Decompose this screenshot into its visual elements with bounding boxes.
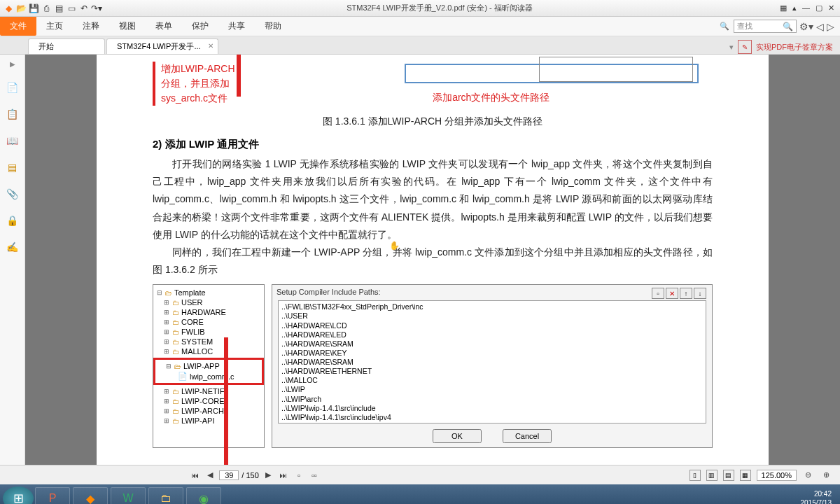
close-icon[interactable]: ✕ [828, 4, 834, 13]
tree-item[interactable]: ⊞🗀MALLOC [155, 346, 262, 356]
save-icon[interactable]: 💾 [28, 3, 39, 14]
task-app[interactable]: ◉ [186, 487, 221, 504]
layout-3-icon[interactable]: ▤ [723, 470, 734, 481]
include-path[interactable]: ..\LWIP [281, 385, 703, 394]
cancel-button[interactable]: Cancel [503, 429, 552, 443]
system-tray[interactable]: 20:42 2015/7/13 [795, 489, 838, 504]
tree-lwip-app[interactable]: ⊟🗁LWIP-APP [157, 361, 260, 371]
start-button[interactable]: ⊞ [3, 486, 34, 504]
menu-comment[interactable]: 注释 [73, 20, 109, 32]
menu-form[interactable]: 表单 [146, 20, 182, 32]
signature-icon[interactable]: ✎ [738, 40, 752, 54]
include-path[interactable]: ..\HARDWARE\KEY [281, 349, 703, 358]
task-wps[interactable]: W [111, 487, 146, 504]
tree-item[interactable]: ⊞🗀HARDWARE [155, 307, 262, 317]
next-page-icon[interactable]: ▶ [262, 469, 274, 482]
menu-share[interactable]: 共享 [218, 20, 255, 32]
include-path[interactable]: ..\MALLOC [281, 376, 703, 385]
nav-prev-icon[interactable]: ◁ [816, 21, 824, 32]
include-path[interactable]: ..\HARDWARE\SRAM [281, 358, 703, 367]
doc-icon[interactable]: ▤ [53, 3, 64, 14]
settings-icon[interactable]: ⚙▾ [799, 21, 813, 32]
page-tool-icon[interactable]: 📄 [6, 80, 20, 94]
search-icon[interactable]: 🔍 [783, 22, 793, 31]
include-path[interactable]: ..\HARDWARE\LED [281, 330, 703, 340]
tree-item[interactable]: ⊞🗀LWIP-ARCH [155, 406, 262, 416]
include-path[interactable]: ..\HARDWARE\SRAM [281, 340, 703, 349]
ok-button[interactable]: OK [433, 429, 482, 443]
tab-document[interactable]: STM32F4 LWIP开发手...✕ [106, 38, 218, 54]
search-input[interactable]: 查找 🔍 [734, 20, 797, 33]
lock-tool-icon[interactable]: 🔒 [6, 214, 20, 227]
tree-item[interactable]: ⊞🗀LWIP-NETIF [155, 386, 262, 396]
search-tool-icon[interactable]: 🔍 [718, 20, 731, 33]
tree-item[interactable]: ⊞🗀USER [155, 298, 262, 307]
print-icon[interactable]: ⎙ [41, 3, 52, 14]
tree-item[interactable]: ⊞🗀SYSTEM [155, 337, 262, 346]
page-viewport[interactable]: 增加LWIP-ARCH 分组，并且添加 sys_arch.c文件 添加arch文… [25, 55, 840, 465]
dropdown-icon[interactable]: ▾ [729, 43, 734, 52]
include-path[interactable]: ..\HARDWARE\LCD [281, 321, 703, 330]
new-path-icon[interactable]: ▫ [652, 288, 664, 299]
tree-item[interactable]: ⊞🗀LWIP-CORE [155, 396, 262, 406]
list-tool-icon[interactable]: ▤ [6, 160, 20, 174]
task-powerpoint[interactable]: P [35, 487, 70, 504]
tray-time: 20:42 [801, 489, 832, 498]
include-path[interactable]: ..\USER [281, 312, 703, 321]
page-number-input[interactable] [219, 470, 239, 480]
include-path[interactable]: ..\LWIP\arch [281, 395, 703, 404]
menu-protect[interactable]: 保护 [182, 20, 218, 32]
maximize-icon[interactable]: ▢ [816, 4, 822, 13]
layout-1-icon[interactable]: ▯ [690, 470, 701, 481]
redo-icon[interactable]: ↷▾ [91, 3, 102, 14]
include-path[interactable]: ..\LWIP\lwip-1.4.1\src\include [281, 404, 703, 413]
zoom-in-icon[interactable]: ⊕ [820, 469, 833, 482]
tree-item[interactable]: ⊞🗀FWLIB [155, 327, 262, 337]
undo-icon[interactable]: ↶ [78, 3, 90, 14]
attach-tool-icon[interactable]: 📎 [6, 187, 20, 201]
ribbon-toggle-icon[interactable]: ▴ [792, 4, 797, 13]
delete-path-icon[interactable]: ✕ [666, 288, 678, 299]
tree-label: LWIP-APP [183, 362, 220, 370]
include-path[interactable]: ..\FWLIB\STM32F4xx_StdPeriph_Driver\inc [281, 302, 703, 312]
first-page-icon[interactable]: ⏮ [188, 469, 201, 482]
expand-icon[interactable]: ▶ [10, 60, 15, 68]
zoom-level[interactable]: 125.00% [757, 470, 797, 481]
menu-view[interactable]: 视图 [109, 20, 146, 32]
tree-item[interactable]: ⊞🗀LWIP-API [155, 416, 262, 426]
tab-label: STM32F4 LWIP开发手... [117, 42, 201, 50]
page-icon[interactable]: ▭ [66, 3, 77, 14]
tree-root[interactable]: ⊟🗁Template [155, 288, 262, 298]
tab-close-icon[interactable]: ✕ [208, 42, 214, 50]
move-down-icon[interactable]: ↓ [694, 288, 706, 299]
zoom-out-icon[interactable]: ⊖ [802, 469, 815, 482]
copy-tool-icon[interactable]: 📋 [6, 107, 20, 121]
section-heading: 2) 添加 LWIP 通用文件 [153, 138, 713, 151]
include-path[interactable]: ..\HARDWARE\ETHERNET [281, 367, 703, 376]
tree-item[interactable]: ⊞🗀CORE [155, 317, 262, 327]
include-path[interactable]: ..\LWIP\lwip-1.4.1\src\include\ipv4 [281, 413, 703, 422]
signature-link[interactable]: 实现PDF电子签章方案 [756, 42, 833, 52]
menu-help[interactable]: 帮助 [255, 20, 291, 32]
prev-page-icon[interactable]: ◀ [204, 469, 216, 482]
tree-highlight-box: ⊟🗁LWIP-APP 📄lwip_comm.c [153, 358, 264, 385]
task-explorer[interactable]: 🗀 [148, 487, 183, 504]
include-list[interactable]: ..\FWLIB\STM32F4xx_StdPeriph_Driver\inc.… [278, 300, 706, 424]
nav-next-icon[interactable]: ▷ [827, 21, 834, 32]
layout-2-icon[interactable]: ▥ [706, 470, 718, 481]
grid-icon[interactable]: ▦ [780, 4, 787, 13]
last-page-icon[interactable]: ⏭ [277, 469, 290, 482]
sign-tool-icon[interactable]: ✍ [6, 240, 20, 254]
view-mode-2-icon[interactable]: ▫▫ [308, 469, 321, 482]
open-icon[interactable]: 📂 [15, 3, 27, 14]
tree-file[interactable]: 📄lwip_comm.c [157, 371, 260, 382]
file-menu[interactable]: 文件 [0, 17, 36, 36]
minimize-icon[interactable]: — [802, 4, 810, 13]
book-tool-icon[interactable]: 📖 [6, 134, 20, 148]
menu-home[interactable]: 主页 [36, 20, 73, 32]
task-foxit[interactable]: ◆ [73, 487, 108, 504]
layout-4-icon[interactable]: ▦ [740, 470, 751, 481]
tab-start[interactable]: 开始 [28, 38, 105, 54]
move-up-icon[interactable]: ↑ [680, 288, 692, 299]
view-mode-1-icon[interactable]: ▫ [293, 469, 305, 482]
